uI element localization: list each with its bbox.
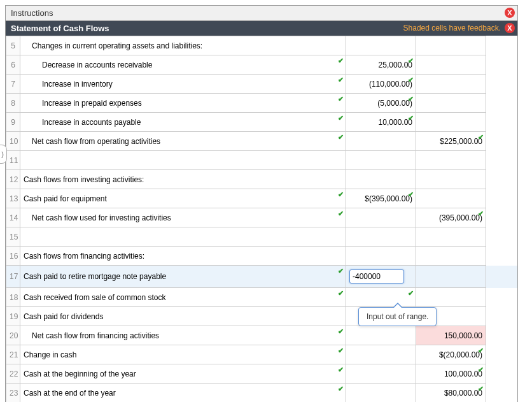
description-cell[interactable]: Increase in accounts payable✔: [20, 113, 346, 132]
value-cell-2[interactable]: [416, 288, 486, 307]
row-number: 15: [6, 227, 20, 247]
spacer-cell: [486, 364, 518, 384]
table-row: 16Cash flows from financing activities:: [6, 247, 518, 266]
description-cell[interactable]: [20, 151, 346, 170]
description-cell[interactable]: Cash at the beginning of the year✔: [20, 364, 346, 384]
value-cell-2[interactable]: (395,000.00)✔: [416, 208, 486, 227]
value-cell-2[interactable]: [416, 227, 486, 247]
description-text: Net cash flow used for investing activit…: [32, 213, 171, 222]
value-cell-2[interactable]: [416, 55, 486, 75]
value-cell-2[interactable]: [416, 113, 486, 132]
value-cell-1[interactable]: [346, 326, 416, 345]
description-cell[interactable]: Cash paid to retire mortgage note payabl…: [20, 266, 346, 288]
check-icon: ✔: [408, 289, 414, 298]
value-cell-2[interactable]: [416, 75, 486, 94]
description-cell[interactable]: Net cash flow from operating activities✔: [20, 132, 346, 151]
description-cell[interactable]: Change in cash✔: [20, 345, 346, 364]
check-icon: ✔: [338, 327, 344, 336]
row-number: 14: [6, 208, 20, 227]
value-cell-2[interactable]: [416, 189, 486, 208]
check-icon: ✔: [408, 95, 414, 103]
value-cell-1[interactable]: [346, 132, 416, 151]
row-number: 7: [6, 75, 20, 94]
value-cell-1[interactable]: [346, 36, 416, 55]
table-row: 18Cash received from sale of common stoc…: [6, 288, 518, 307]
value-cell-1[interactable]: (110,000.00)✔: [346, 75, 416, 94]
value-cell-2[interactable]: 100,000.00✔: [416, 364, 486, 384]
value-cell-2[interactable]: [416, 94, 486, 113]
spacer-cell: [486, 208, 518, 227]
value-cell-1[interactable]: [346, 247, 416, 266]
instructions-label: Instructions: [11, 8, 53, 18]
spacer-cell: [486, 113, 518, 132]
value-cell-1[interactable]: $(395,000.00)✔: [346, 189, 416, 208]
value-cell-1[interactable]: [346, 151, 416, 170]
description-text: Change in cash: [24, 350, 76, 359]
description-cell[interactable]: [20, 227, 346, 247]
value-cell-1[interactable]: [346, 208, 416, 227]
description-cell[interactable]: Decrease in accounts receivable✔: [20, 55, 346, 75]
value-cell-1[interactable]: [346, 384, 416, 403]
description-cell[interactable]: Cash paid for dividends: [20, 307, 346, 326]
value-text: 25,000.00: [379, 61, 412, 69]
description-cell[interactable]: Cash flows from investing activities:: [20, 170, 346, 189]
check-icon: ✔: [408, 190, 414, 199]
description-cell[interactable]: Net cash flow from financing activities✔: [20, 326, 346, 345]
close-icon[interactable]: X: [505, 8, 515, 18]
value-cell-1[interactable]: [346, 227, 416, 247]
row-number: 23: [6, 384, 20, 403]
value-cell-1[interactable]: (5,000.00)✔: [346, 94, 416, 113]
table-row: 11: [6, 151, 518, 170]
value-text: $(395,000.00): [365, 194, 412, 203]
description-cell[interactable]: Cash paid for equipment✔: [20, 189, 346, 208]
value-text: $80,000.00: [444, 389, 482, 398]
value-cell-2[interactable]: [416, 266, 486, 288]
check-icon: ✔: [338, 95, 344, 103]
value-cell-1[interactable]: [346, 266, 416, 288]
description-cell[interactable]: Increase in inventory✔: [20, 75, 346, 94]
feedback-close-icon[interactable]: X: [505, 23, 515, 33]
value-cell-1[interactable]: ✔: [346, 288, 416, 307]
spacer-cell: [486, 75, 518, 94]
spacer-cell: [486, 266, 518, 288]
value-cell-2[interactable]: [416, 151, 486, 170]
description-text: Net cash flow from financing activities: [32, 331, 159, 340]
feedback-hint: Shaded cells have feedback.: [403, 24, 501, 32]
value-cell-2[interactable]: $225,000.00✔: [416, 132, 486, 151]
check-icon: ✔: [478, 210, 484, 218]
spacer-cell: [486, 326, 518, 345]
value-cell-1[interactable]: [346, 345, 416, 364]
description-text: Cash flows from financing activities:: [24, 252, 144, 261]
description-cell[interactable]: Cash received from sale of common stock✔: [20, 288, 346, 307]
spacer-cell: [486, 384, 518, 403]
description-cell[interactable]: Cash flows from financing activities:: [20, 247, 346, 266]
value-cell-2[interactable]: $80,000.00✔: [416, 384, 486, 403]
value-cell-2[interactable]: [416, 247, 486, 266]
check-icon: ✔: [478, 347, 484, 355]
table-row: 10Net cash flow from operating activitie…: [6, 132, 518, 151]
table-row: 12Cash flows from investing activities:: [6, 170, 518, 189]
value-text: (395,000.00): [439, 213, 482, 222]
description-cell[interactable]: Changes in current operating assets and …: [20, 36, 346, 55]
value-input[interactable]: [349, 269, 404, 284]
description-cell[interactable]: Increase in prepaid expenses✔: [20, 94, 346, 113]
description-cell[interactable]: Cash at the end of the year✔: [20, 384, 346, 403]
value-cell-2[interactable]: [416, 36, 486, 55]
value-cell-2[interactable]: 150,000.00: [416, 326, 486, 345]
row-number: 6: [6, 55, 20, 75]
scroll-handle-icon[interactable]: ): [0, 145, 7, 164]
description-cell[interactable]: Net cash flow used for investing activit…: [20, 208, 346, 227]
table-row: 9Increase in accounts payable✔10,000.00✔: [6, 113, 518, 132]
check-icon: ✔: [338, 347, 344, 355]
value-cell-1[interactable]: 25,000.00✔: [346, 55, 416, 75]
value-cell-2[interactable]: $(20,000.00)✔: [416, 345, 486, 364]
value-cell-1[interactable]: [346, 364, 416, 384]
value-text: $(20,000.00): [439, 350, 482, 359]
check-icon: ✔: [338, 385, 344, 393]
description-text: Cash paid for equipment: [24, 194, 107, 203]
table-row: 23Cash at the end of the year✔$80,000.00…: [6, 384, 518, 403]
spacer-cell: [486, 170, 518, 189]
value-cell-1[interactable]: [346, 170, 416, 189]
value-cell-2[interactable]: [416, 170, 486, 189]
value-cell-1[interactable]: 10,000.00✔: [346, 113, 416, 132]
